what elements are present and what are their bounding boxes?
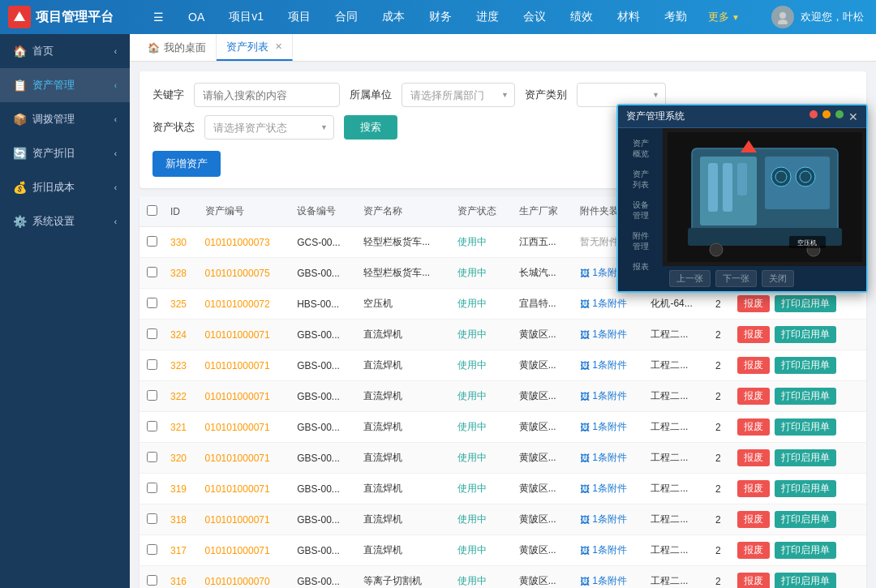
nav-item-material[interactable]: 材料 [606,5,651,29]
print-button[interactable]: 打印启用单 [775,357,836,374]
popup-nav-device[interactable]: 设备管理 [621,196,659,224]
attach-link[interactable]: 1条附件 [592,451,627,465]
popup-next-btn[interactable]: 下一张 [715,270,757,287]
attach-link[interactable]: 1条附件 [592,513,627,526]
row-id-link[interactable]: 330 [170,237,187,248]
nav-item-cost[interactable]: 成本 [371,5,416,29]
废-button[interactable]: 报废 [737,418,770,436]
row-id-link[interactable]: 320 [170,453,187,464]
attach-link[interactable]: 1条附件 [592,389,627,403]
row-id-link[interactable]: 323 [170,360,187,371]
废-button[interactable]: 报废 [737,573,770,588]
popup-nav-overview[interactable]: 资产概览 [621,135,659,162]
attach-link[interactable]: 1条附件 [592,328,627,341]
row-id: 328 [164,258,199,289]
popup-dot-orange[interactable] [822,110,831,118]
print-button[interactable]: 打印启用单 [775,573,836,588]
status-select[interactable]: 请选择资产状态 [204,115,334,139]
popup-close-btn[interactable]: 关闭 [762,270,794,287]
row-id-link[interactable]: 319 [170,483,187,495]
keyword-input[interactable] [194,83,340,107]
popup-dot-red[interactable] [809,110,818,118]
nav-item-performance[interactable]: 绩效 [559,5,604,29]
废-button[interactable]: 报废 [737,388,770,405]
attach-link[interactable]: 1条附件 [592,358,627,372]
nav-item-hamburger[interactable]: ☰ [142,6,175,28]
row-id-link[interactable]: 325 [170,298,187,310]
print-button[interactable]: 打印启用单 [775,542,836,559]
row-asset-no: 010101000071 [199,504,291,535]
nav-item-more[interactable]: 更多 ▼ [700,5,748,29]
nav-item-contract[interactable]: 合同 [324,5,369,29]
print-button[interactable]: 打印启用单 [775,326,836,343]
dept-select[interactable]: 请选择所属部门 [402,83,515,107]
废-button[interactable]: 报废 [737,542,770,559]
select-all-checkbox[interactable] [147,205,157,216]
popup-nav-list[interactable]: 资产列表 [621,165,659,193]
print-button[interactable]: 打印启用单 [775,388,836,405]
row-checkbox[interactable] [147,359,157,370]
row-id-link[interactable]: 316 [170,576,187,587]
attach-link[interactable]: 1条附件 [592,482,627,496]
print-button[interactable]: 打印启用单 [775,295,836,312]
sidebar-item-asset-manage[interactable]: 📋 资产管理 ‹ [0,68,130,102]
nav-item-attendance[interactable]: 考勤 [653,5,698,29]
tab-close-icon[interactable]: ✕ [275,41,282,52]
print-button[interactable]: 打印启用单 [775,511,836,528]
tab-asset-list[interactable]: 资产列表 ✕ [217,34,293,61]
nav-item-oa[interactable]: OA [177,6,216,28]
row-status: 使用中 [451,289,513,320]
nav-item-progress[interactable]: 进度 [465,5,510,29]
print-button[interactable]: 打印启用单 [775,418,836,436]
row-checkbox[interactable] [147,267,157,277]
attach-link[interactable]: 1条附件 [592,420,627,434]
row-checkbox[interactable] [147,452,157,462]
row-checkbox[interactable] [147,328,157,339]
search-button[interactable]: 搜索 [344,115,397,139]
row-checkbox[interactable] [147,483,157,493]
tab-desktop[interactable]: 🏠 我的桌面 [138,34,217,61]
nav-item-meeting[interactable]: 会议 [512,5,557,29]
废-button[interactable]: 报废 [737,449,770,466]
sidebar-item-home[interactable]: 🏠 首页 ‹ [0,34,130,68]
add-asset-button[interactable]: 新增资产 [152,151,221,177]
sidebar-item-dep-cost[interactable]: 💰 折旧成本 ‹ [0,170,130,204]
row-id-link[interactable]: 318 [170,514,187,526]
废-button[interactable]: 报废 [737,480,770,497]
row-id-link[interactable]: 317 [170,545,187,556]
row-status: 使用中 [451,381,513,412]
row-remark: 化机-64... [644,289,709,320]
print-button[interactable]: 打印启用单 [775,480,836,497]
attach-link[interactable]: 1条附件 [592,297,627,311]
row-id-link[interactable]: 321 [170,422,187,433]
popup-close-icon[interactable]: ✕ [848,110,858,123]
print-button[interactable]: 打印启用单 [775,449,836,466]
row-id-link[interactable]: 328 [170,268,187,279]
nav-item-project[interactable]: 项目 [277,5,322,29]
attach-link[interactable]: 1条附件 [592,543,627,557]
sidebar-item-transfer[interactable]: 📦 调拨管理 ‹ [0,102,130,136]
废-button[interactable]: 报废 [737,295,770,312]
popup-nav-report[interactable]: 报表 [621,258,659,275]
row-checkbox[interactable] [147,575,157,586]
废-button[interactable]: 报废 [737,326,770,343]
sidebar-item-settings[interactable]: ⚙️ 系统设置 ‹ [0,204,130,238]
row-id-link[interactable]: 322 [170,391,187,402]
row-checkbox[interactable] [147,298,157,308]
row-checkbox[interactable] [147,513,157,524]
废-button[interactable]: 报废 [737,357,770,374]
nav-item-project-v1[interactable]: 项目v1 [217,5,275,29]
table-row: 321 010101000071 GBS-00... 直流焊机 使用中 黄陂区.… [140,412,866,443]
popup-prev-btn[interactable]: 上一张 [669,270,711,287]
popup-nav-attach[interactable]: 附件管理 [621,227,659,255]
row-checkbox[interactable] [147,390,157,401]
row-id-link[interactable]: 324 [170,329,187,341]
row-checkbox[interactable] [147,421,157,431]
row-checkbox[interactable] [147,544,157,555]
attach-link[interactable]: 1条附件 [592,574,627,588]
sidebar-item-depreciation[interactable]: 🔄 资产折旧 ‹ [0,136,130,170]
废-button[interactable]: 报废 [737,511,770,528]
row-checkbox[interactable] [147,236,157,247]
popup-dot-green[interactable] [835,110,844,118]
nav-item-finance[interactable]: 财务 [418,5,463,29]
